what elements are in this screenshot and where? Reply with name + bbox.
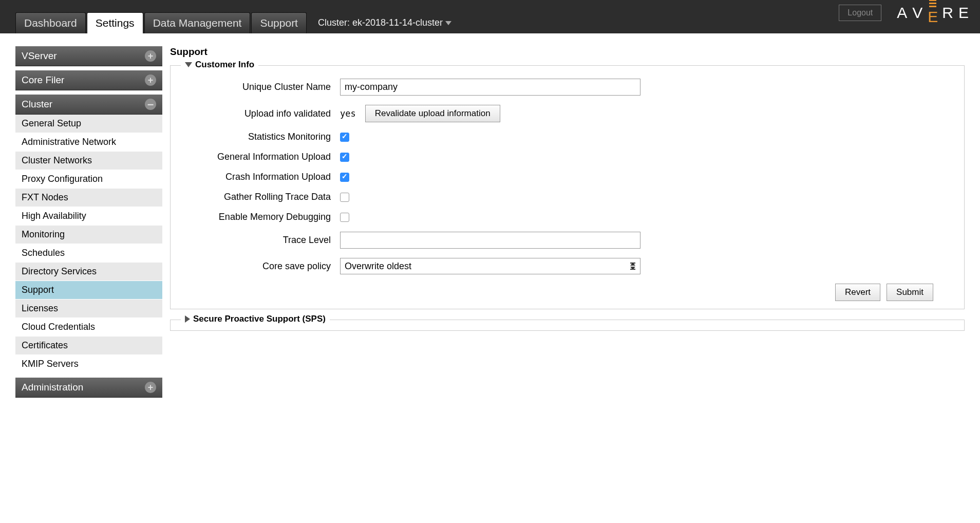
checkbox-general-upload[interactable] [340,153,349,162]
sidebar-item-proxy-config[interactable]: Proxy Configuration [15,170,162,189]
collapse-triangle-icon [185,62,192,67]
page-title: Support [170,46,965,58]
logo-e-block: E [928,0,938,26]
submit-button[interactable]: Submit [887,284,933,301]
sidebar-item-licenses[interactable]: Licenses [15,300,162,318]
sidebar-section-label: Cluster [22,99,52,110]
sidebar-item-cluster-networks[interactable]: Cluster Networks [15,152,162,170]
topbar-right: Logout A V E R E [839,0,970,26]
tab-settings[interactable]: Settings [87,12,143,33]
sidebar-section-label: Administration [22,382,83,393]
row-rolling-trace: Gather Rolling Trace Data [181,192,954,202]
customer-info-fieldset: Customer Info Unique Cluster Name Upload… [170,65,965,309]
checkbox-stats-monitoring[interactable] [340,133,349,142]
checkbox-rolling-trace[interactable] [340,193,349,202]
logo-letter-a: A [897,4,908,22]
cluster-selector[interactable]: Cluster: ek-2018-11-14-cluster [318,17,451,33]
row-trace-level: Trace Level [181,232,954,249]
sidebar-section-label: Core Filer [22,74,64,86]
input-trace-level[interactable] [340,232,640,249]
sidebar-section-administration[interactable]: Administration + [15,378,162,398]
sidebar-section-corefiler[interactable]: Core Filer + [15,70,162,90]
row-crash-upload: Crash Information Upload [181,172,954,182]
sidebar-item-monitoring[interactable]: Monitoring [15,226,162,244]
content: VServer + Core Filer + Cluster – General… [0,33,980,413]
row-general-upload: General Information Upload [181,152,954,162]
sidebar-item-admin-network[interactable]: Administrative Network [15,133,162,152]
revert-button[interactable]: Revert [835,284,880,301]
plus-icon: + [145,382,156,393]
logo-letter-v: V [912,4,924,22]
sps-legend[interactable]: Secure Proactive Support (SPS) [181,314,330,324]
label-general-upload: General Information Upload [181,152,340,162]
customer-info-legend[interactable]: Customer Info [181,60,258,70]
label-stats-monitoring: Statistics Monitoring [181,132,340,142]
tab-data-management[interactable]: Data Management [144,12,251,33]
sidebar-item-high-availability[interactable]: High Availability [15,207,162,226]
select-core-save-policy[interactable]: Overwrite oldest [340,258,640,274]
sidebar-item-general-setup[interactable]: General Setup [15,115,162,133]
avere-logo: A V E R E [897,0,970,26]
sidebar-item-cloud-credentials[interactable]: Cloud Credentials [15,318,162,337]
revalidate-button[interactable]: Revalidate upload information [365,105,500,122]
label-rolling-trace: Gather Rolling Trace Data [181,192,340,202]
label-trace-level: Trace Level [181,235,340,246]
row-unique-cluster-name: Unique Cluster Name [181,79,954,96]
sidebar-section-vserver[interactable]: VServer + [15,46,162,66]
legend-text: Secure Proactive Support (SPS) [193,314,326,324]
sps-fieldset: Secure Proactive Support (SPS) [170,320,965,331]
logout-button[interactable]: Logout [839,5,881,21]
checkbox-crash-upload[interactable] [340,173,349,182]
row-upload-validated: Upload info validated yes Revalidate upl… [181,105,954,122]
logo-letter-e: E [928,8,938,26]
logo-letter-r: R [942,4,954,22]
sidebar-item-directory-services[interactable]: Directory Services [15,263,162,281]
tab-dashboard[interactable]: Dashboard [15,12,86,33]
sidebar-section-label: VServer [22,50,57,62]
checkbox-memory-debug[interactable] [340,213,349,222]
sidebar-item-certificates[interactable]: Certificates [15,337,162,355]
label-memory-debug: Enable Memory Debugging [181,212,340,222]
plus-icon: + [145,50,156,62]
sidebar: VServer + Core Filer + Cluster – General… [15,46,162,398]
label-upload-validated: Upload info validated [181,108,340,119]
sidebar-item-support[interactable]: Support [15,281,162,300]
label-unique-cluster-name: Unique Cluster Name [181,82,340,92]
tab-support[interactable]: Support [251,12,307,33]
row-stats-monitoring: Statistics Monitoring [181,132,954,142]
sidebar-section-cluster[interactable]: Cluster – [15,95,162,115]
sidebar-item-schedules[interactable]: Schedules [15,244,162,263]
tabs-and-cluster: Dashboard Settings Data Management Suppo… [15,12,451,33]
minus-icon: – [145,99,156,110]
input-unique-cluster-name[interactable] [340,79,640,96]
logo-letter-e2: E [958,4,970,22]
main-panel: Support Customer Info Unique Cluster Nam… [170,46,965,398]
logo-bars-icon [929,0,936,7]
top-bar: Dashboard Settings Data Management Suppo… [0,0,980,33]
cluster-name: ek-2018-11-14-cluster [352,17,443,28]
row-core-save-policy: Core save policy Overwrite oldest [181,258,954,274]
upload-validated-status: yes [340,108,356,119]
expand-triangle-icon [185,315,190,323]
sidebar-item-kmip-servers[interactable]: KMIP Servers [15,355,162,373]
plus-icon: + [145,74,156,86]
cluster-prefix: Cluster: [318,17,350,28]
label-core-save-policy: Core save policy [181,261,340,272]
legend-text: Customer Info [195,60,254,70]
row-memory-debug: Enable Memory Debugging [181,212,954,222]
label-crash-upload: Crash Information Upload [181,172,340,182]
dropdown-triangle-icon [445,21,451,25]
sidebar-item-fxt-nodes[interactable]: FXT Nodes [15,189,162,207]
form-buttons: Revert Submit [181,284,954,301]
